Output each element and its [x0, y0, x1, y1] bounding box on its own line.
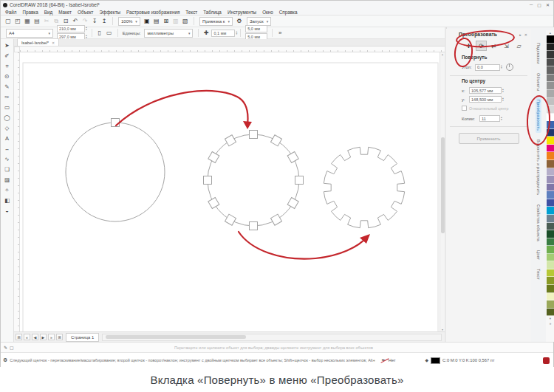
horizontal-ruler[interactable] — [20, 47, 445, 52]
menu-item-6[interactable]: Эффекты — [99, 10, 120, 15]
dimension-tool-icon[interactable]: ↔ — [2, 144, 12, 154]
maximize-button[interactable]: ▢ — [537, 2, 541, 7]
zoom-level-select[interactable]: 100% ▾ — [118, 17, 140, 26]
menu-item-2[interactable]: Правка — [22, 10, 38, 15]
snap-to-select[interactable]: Привязка к ▾ — [199, 17, 233, 26]
smart-fill-tool-icon[interactable]: ◒ — [2, 206, 12, 216]
landscape-orientation-button[interactable]: ▭ — [105, 29, 114, 38]
zoom-tool-icon[interactable]: ⊙ — [2, 72, 12, 81]
drawing-canvas[interactable] — [20, 52, 440, 331]
text-tool-icon[interactable]: A — [2, 134, 12, 143]
save-icon[interactable]: ▦ — [23, 17, 32, 26]
transparency-tool-icon[interactable]: ▨ — [2, 175, 12, 185]
palette-swatch-8[interactable] — [547, 90, 554, 98]
palette-swatch-4[interactable] — [547, 59, 554, 67]
palette-swatch-20[interactable] — [547, 184, 554, 192]
angle-field[interactable]: 0,0 — [475, 64, 500, 71]
minimize-button[interactable]: ─ — [530, 2, 533, 7]
paste-icon[interactable]: ⊡ — [61, 17, 70, 26]
duplicate-x-field[interactable]: 5,0 мм — [245, 25, 267, 32]
document-tab[interactable]: Isabel-Isrobel* ✕ — [17, 38, 59, 46]
center-x-spinner[interactable] — [502, 89, 504, 93]
palette-swatch-6[interactable] — [547, 75, 554, 83]
relative-center-checkbox[interactable] — [462, 106, 467, 111]
palette-swatch-26[interactable] — [547, 230, 554, 238]
property-bar-overflow-icon[interactable]: » — [276, 29, 284, 38]
copies-spinner[interactable] — [501, 117, 502, 121]
import-icon[interactable]: ↧ — [90, 17, 99, 26]
menu-item-3[interactable]: Вид — [44, 10, 52, 15]
palette-swatch-36[interactable] — [547, 309, 554, 317]
nudge-distance-field[interactable]: 0,1 мм — [211, 30, 235, 37]
menu-item-12[interactable]: Справка — [279, 10, 298, 15]
show-rulers-icon[interactable]: ▤ — [152, 17, 161, 26]
palette-swatch-27[interactable] — [547, 238, 554, 247]
palette-swatch-30[interactable] — [547, 261, 554, 269]
color-eyedropper-tool-icon[interactable]: ✧ — [2, 185, 12, 195]
menu-item-11[interactable]: Окно — [262, 10, 273, 15]
palette-swatch-25[interactable] — [547, 223, 554, 231]
drop-shadow-tool-icon[interactable]: ❏ — [2, 165, 12, 174]
palette-swatch-34[interactable] — [547, 293, 554, 301]
palette-swatch-24[interactable] — [547, 215, 554, 223]
docker-tab-5[interactable]: Свойства объекта — [536, 202, 541, 244]
palette-swatch-19[interactable] — [547, 176, 554, 184]
palette-scroll-up-icon[interactable]: ▴ — [550, 30, 551, 35]
palette-swatch-14[interactable] — [547, 137, 554, 145]
palette-swatch-1[interactable] — [547, 35, 554, 44]
page-tab[interactable]: Страница 1 — [66, 333, 99, 342]
palette-swatch-5[interactable] — [547, 66, 554, 75]
menu-item-4[interactable]: Макет — [58, 10, 72, 15]
open-document-icon[interactable]: ◰ — [13, 17, 22, 26]
apply-button[interactable]: Применить — [459, 133, 519, 144]
palette-swatch-2[interactable] — [547, 44, 554, 52]
undo-icon[interactable]: ↶ — [71, 17, 80, 26]
palette-scroll-down-icon[interactable]: ▾ — [550, 316, 551, 321]
print-icon[interactable]: ▤ — [33, 17, 41, 26]
vertical-scrollbar[interactable]: ▴ ▾ — [440, 52, 445, 331]
palette-swatch-35[interactable] — [547, 300, 554, 309]
horizontal-scrollbar-thumb[interactable] — [106, 335, 246, 339]
palette-swatch-22[interactable] — [547, 199, 554, 207]
connector-tool-icon[interactable]: ∿ — [2, 154, 12, 164]
units-select[interactable]: миллиметры ▾ — [144, 29, 193, 38]
angle-spinner[interactable] — [501, 65, 502, 69]
new-document-icon[interactable]: ▢ — [4, 17, 13, 26]
menu-item-5[interactable]: Объект — [78, 10, 93, 15]
nudge-spinner[interactable] — [236, 31, 237, 35]
menu-item-7[interactable]: Растровые изображения — [126, 10, 179, 15]
copies-field[interactable]: 11 — [479, 115, 500, 122]
ruler-origin-corner[interactable] — [14, 47, 20, 52]
palette-swatch-32[interactable] — [547, 277, 554, 285]
polygon-tool-icon[interactable]: ◇ — [2, 123, 12, 133]
vertical-ruler[interactable] — [14, 52, 20, 331]
launch-select[interactable]: Запуск ▾ — [247, 17, 271, 26]
options-gear-icon[interactable]: ⚙ — [235, 17, 244, 26]
palette-flyout-icon[interactable]: » — [550, 321, 552, 326]
menu-item-8[interactable]: Текст — [185, 10, 197, 15]
palette-swatch-31[interactable] — [547, 269, 554, 278]
docker-close-icon[interactable]: ✕ — [524, 32, 527, 37]
palette-swatch-3[interactable] — [547, 51, 554, 59]
menu-item-1[interactable]: Файл — [5, 10, 16, 15]
show-grid-icon[interactable]: ⊞ — [162, 17, 171, 26]
docker-tab-1[interactable]: Подсказки — [536, 41, 541, 66]
horizontal-scrollbar[interactable] — [102, 334, 442, 341]
palette-swatch-18[interactable] — [547, 168, 554, 176]
docker-tab-2[interactable]: Объекты — [536, 71, 541, 93]
next-page-button[interactable]: ▶ — [40, 334, 47, 340]
palette-swatch-28[interactable] — [547, 246, 554, 254]
document-options-icon[interactable]: ▧ — [181, 17, 190, 26]
crop-tool-icon[interactable]: ⌗ — [2, 61, 12, 71]
page-width-field[interactable]: 210,0 мм — [57, 25, 85, 32]
center-y-field[interactable]: 148,500 мм — [469, 96, 502, 103]
rotation-dial-icon[interactable] — [506, 63, 513, 71]
freehand-tool-icon[interactable]: ✎ — [2, 82, 12, 92]
palette-swatch-23[interactable] — [547, 207, 554, 215]
palette-swatch-33[interactable] — [547, 285, 554, 293]
docker-flyout-icon[interactable]: ▸ — [519, 32, 521, 37]
transform-skew-icon[interactable]: ▱ — [513, 41, 524, 51]
export-icon[interactable]: ↥ — [100, 17, 109, 26]
page-width-spinner[interactable] — [86, 27, 87, 31]
menu-item-9[interactable]: Таблица — [203, 10, 222, 15]
